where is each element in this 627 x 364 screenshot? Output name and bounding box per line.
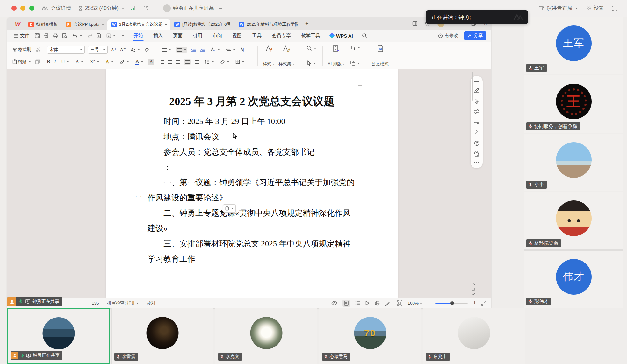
fullscreen-icon[interactable] — [612, 6, 617, 11]
fit-page-icon[interactable] — [397, 300, 402, 306]
font-name-select[interactable]: 宋体 — [47, 46, 85, 54]
tab-docer[interactable]: D 找稻壳模板 — [25, 19, 62, 30]
menu-tab-home[interactable]: 开始 — [133, 31, 144, 41]
magic-wand-icon[interactable] — [474, 130, 479, 135]
zoom-in-icon[interactable]: + — [473, 300, 476, 306]
style-set-group[interactable]: 样式集 — [277, 44, 297, 68]
ink-pen-icon[interactable] — [385, 301, 390, 306]
decrease-indent-icon[interactable] — [191, 48, 196, 52]
export-button[interactable] — [105, 32, 117, 39]
scrollbar-thumb[interactable] — [472, 72, 473, 101]
styles-group[interactable]: 样式 — [261, 44, 277, 68]
print-icon[interactable] — [53, 33, 58, 38]
asian-layout-button[interactable] — [225, 47, 236, 52]
highlight-button[interactable] — [119, 59, 130, 65]
search-icon[interactable] — [362, 33, 367, 38]
output-icon[interactable] — [44, 33, 49, 38]
bold-button[interactable]: B — [47, 59, 50, 65]
participant-tile[interactable]: 小小 — [524, 134, 623, 191]
share-button[interactable]: 分享 — [464, 31, 486, 40]
numbered-list-button[interactable] — [176, 47, 187, 52]
find-replace-button[interactable] — [305, 45, 317, 52]
eye-protect-icon[interactable] — [331, 301, 337, 305]
italic-button[interactable]: I — [54, 59, 56, 65]
redo-icon[interactable] — [87, 34, 92, 38]
spell-check-status[interactable]: 拼写检查: 打开 — [107, 300, 139, 306]
paste-options-popup[interactable] — [223, 204, 236, 213]
official-doc-group[interactable]: 公文模式 — [370, 44, 391, 68]
proofread-button[interactable]: 校对 — [147, 300, 155, 306]
underline-button[interactable]: U — [60, 58, 70, 66]
line-spacing-button[interactable] — [203, 59, 215, 65]
font-color-button[interactable]: A — [134, 58, 144, 66]
adjust-sliders-icon[interactable] — [474, 109, 479, 114]
participant-tile[interactable]: 李克文 — [215, 308, 317, 364]
settings-button[interactable]: 设置 — [586, 5, 604, 12]
text-direction-button[interactable] — [209, 46, 221, 53]
translate-card-icon[interactable] — [474, 119, 479, 124]
paste-button[interactable]: 粘贴 — [11, 58, 32, 66]
minimize-window-button[interactable] — [20, 6, 25, 11]
expand-fullscreen-icon[interactable] — [481, 301, 486, 306]
border-button[interactable] — [234, 59, 245, 65]
skin-theme-icon[interactable] — [474, 151, 479, 157]
tab-materials-doc[interactable]: W 2025年材料与环境工程学院 — [235, 19, 301, 30]
select-arrow-icon[interactable] — [474, 98, 479, 104]
more-dots-icon[interactable] — [474, 162, 479, 163]
menu-tab-teaching[interactable]: 教学工具 — [300, 31, 321, 41]
select-cursor-button[interactable] — [306, 60, 317, 67]
meeting-detail[interactable]: 会议详情 — [41, 5, 71, 12]
side-panel-icon[interactable] — [412, 21, 417, 26]
text-effect-button[interactable]: A — [104, 58, 115, 66]
zoom-out-icon[interactable]: − — [427, 300, 430, 306]
close-window-button[interactable] — [11, 6, 17, 11]
menu-tab-tools[interactable]: 工具 — [251, 31, 262, 41]
tab-meeting-ppt[interactable]: P 会议PPT.pptx — [62, 19, 107, 30]
participant-tile[interactable]: 材环院梁鑫 — [524, 192, 623, 249]
align-right-icon[interactable] — [176, 60, 180, 64]
font-size-select[interactable]: 三号 — [88, 46, 108, 54]
outline-view-icon[interactable] — [355, 301, 360, 305]
align-center-icon[interactable] — [168, 60, 172, 64]
help-icon[interactable] — [474, 141, 479, 146]
menu-tab-member[interactable]: 会员专享 — [271, 31, 292, 41]
participant-tile[interactable]: 70 心猿意马 — [319, 308, 421, 364]
document-area[interactable]: 2025 年 3 月第 2 次党总支会议议题 时间：2025 年 3 月 29 … — [7, 69, 491, 298]
window-controls[interactable] — [11, 6, 34, 11]
undo-button[interactable] — [71, 33, 83, 39]
page-down-icon[interactable] — [472, 293, 475, 295]
page-up-icon[interactable] — [472, 283, 475, 285]
format-painter-button[interactable]: 格式刷 — [11, 46, 32, 53]
zoom-slider-knob[interactable] — [450, 301, 454, 305]
play-view-icon[interactable] — [365, 301, 370, 305]
cut-icon[interactable] — [36, 47, 40, 52]
document-page[interactable]: 2025 年 3 月第 2 次党总支会议议题 时间：2025 年 3 月 29 … — [106, 69, 398, 298]
quickbar-more-caret-icon[interactable] — [122, 35, 124, 37]
wps-ai-button[interactable]: WPS AI — [330, 33, 353, 38]
layout-switcher[interactable]: 演讲者布局 — [539, 5, 578, 12]
sort-icon[interactable] — [240, 47, 245, 52]
modified-status[interactable]: 有修改 — [438, 33, 458, 38]
shading-button[interactable] — [219, 59, 230, 65]
participant-tile[interactable]: 唐兆丰 — [423, 308, 525, 364]
new-tab-button[interactable]: + — [305, 20, 309, 27]
ai-layout-group[interactable]: AI 排版 — [326, 44, 347, 68]
participant-tile-sharing[interactable]: 钟勇正在共享 — [7, 308, 110, 364]
participant-tile[interactable]: 李雷震 — [111, 308, 213, 364]
char-shading-button[interactable]: A — [148, 59, 154, 65]
print-preview-icon[interactable] — [62, 33, 67, 38]
bullet-list-button[interactable] — [161, 47, 172, 52]
tab-readonly-doc[interactable]: W [只读]校党发〔2025〕6号 — [170, 19, 235, 30]
menu-tab-insert[interactable]: 插入 — [153, 31, 163, 41]
collapse-icon[interactable] — [474, 81, 479, 82]
menu-tab-view[interactable]: 视图 — [232, 31, 242, 41]
new-doc-icon[interactable] — [97, 33, 101, 38]
increase-indent-icon[interactable] — [200, 48, 205, 52]
distribute-icon[interactable] — [195, 60, 199, 64]
tab-agenda-doc-active[interactable]: W 3月2次党总支会议议题 — [107, 19, 171, 30]
menu-tab-page[interactable]: 页面 — [172, 31, 183, 41]
tab-list-caret-icon[interactable] — [312, 24, 314, 25]
zoom-slider[interactable] — [435, 303, 468, 304]
copy-icon[interactable] — [35, 59, 40, 64]
decrease-font-button[interactable]: A⁻ — [120, 47, 126, 52]
